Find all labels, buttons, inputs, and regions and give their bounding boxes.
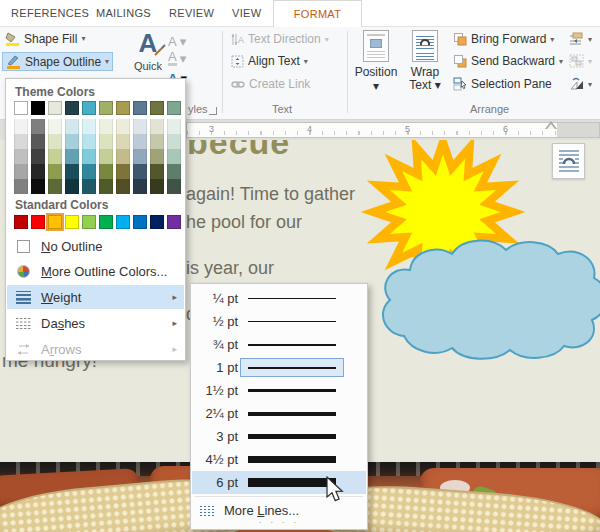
theme-variant-swatch[interactable] [31,164,45,179]
standard-color-swatch[interactable] [48,215,62,229]
theme-color-swatch[interactable] [48,101,62,115]
theme-variant-swatch[interactable] [48,119,62,134]
theme-variant-swatch[interactable] [116,134,130,149]
weight-option-1pt-selected[interactable]: 1 pt [192,356,366,379]
theme-variant-swatch[interactable] [150,134,164,149]
align-objects-button[interactable]: ▾ [566,31,595,47]
standard-color-swatch[interactable] [133,215,147,229]
standard-color-swatch[interactable] [31,215,45,229]
theme-variant-swatch[interactable] [31,179,45,194]
theme-color-swatch[interactable] [116,101,130,115]
theme-variant-swatch[interactable] [14,164,28,179]
theme-variant-swatch[interactable] [116,164,130,179]
theme-variant-swatch[interactable] [167,149,181,164]
theme-variant-swatch[interactable] [133,164,147,179]
theme-variant-swatch[interactable] [65,119,79,134]
theme-variant-swatch[interactable] [82,164,96,179]
tab-format-active[interactable]: FORMAT [273,0,362,27]
weight-option-quarter[interactable]: ¼ pt [192,287,366,310]
group-objects-button[interactable]: ▾ [566,53,595,69]
theme-variant-swatch[interactable] [167,119,181,134]
theme-color-swatch[interactable] [82,101,96,115]
arrows-item[interactable]: Arrows ▸ [7,337,184,361]
theme-variant-swatch[interactable] [82,149,96,164]
theme-variant-swatch[interactable] [14,149,28,164]
weight-option-4-5pt[interactable]: 4½ pt [192,448,366,471]
theme-variant-swatch[interactable] [116,149,130,164]
position-button[interactable]: Position ▾ [352,30,400,116]
theme-color-swatch[interactable] [167,101,181,115]
bring-forward-button[interactable]: Bring Forward ▾ [450,31,557,47]
tab-view[interactable]: VIEW [232,0,261,27]
theme-variant-swatch[interactable] [99,134,113,149]
theme-variant-swatch[interactable] [48,134,62,149]
theme-variant-swatch[interactable] [150,119,164,134]
weight-option-2-25pt[interactable]: 2¼ pt [192,402,366,425]
theme-variant-swatch[interactable] [65,164,79,179]
theme-variant-swatch[interactable] [133,179,147,194]
standard-color-swatch[interactable] [116,215,130,229]
standard-color-swatch[interactable] [65,215,79,229]
theme-variant-swatch[interactable] [82,119,96,134]
text-outline-button[interactable]: A ▾ [168,50,198,66]
standard-color-swatch[interactable] [99,215,113,229]
theme-variant-swatch[interactable] [133,134,147,149]
theme-variant-swatch[interactable] [48,149,62,164]
theme-variant-swatch[interactable] [133,119,147,134]
theme-variant-swatch[interactable] [48,179,62,194]
rotate-objects-button[interactable]: ▾ [566,76,595,92]
theme-variant-swatch[interactable] [167,164,181,179]
theme-color-swatch[interactable] [133,101,147,115]
weight-option-3pt[interactable]: 3 pt [192,425,366,448]
theme-variant-swatch[interactable] [167,179,181,194]
theme-variant-swatch[interactable] [82,179,96,194]
theme-variant-swatch[interactable] [150,149,164,164]
tab-mailings[interactable]: MAILINGS [96,0,151,27]
theme-color-swatch[interactable] [150,101,164,115]
create-link-button[interactable]: Create Link [228,76,313,92]
weight-option-1-5pt[interactable]: 1½ pt [192,379,366,402]
text-fill-button[interactable]: A ▾ [168,33,198,49]
theme-variant-swatch[interactable] [99,164,113,179]
layout-options-button[interactable] [552,143,585,179]
theme-color-swatch[interactable] [65,101,79,115]
standard-color-swatch[interactable] [150,215,164,229]
theme-color-swatch[interactable] [99,101,113,115]
weight-item[interactable]: Weight ▸ [7,285,184,309]
theme-variant-swatch[interactable] [14,119,28,134]
theme-variant-swatch[interactable] [14,179,28,194]
theme-variant-swatch[interactable] [99,149,113,164]
theme-variant-swatch[interactable] [65,149,79,164]
more-outline-colors-item[interactable]: More Outline Colors... [7,259,184,283]
no-outline-item[interactable]: No Outline [7,234,184,258]
weight-option-half[interactable]: ½ pt [192,310,366,333]
wrap-text-button[interactable]: Wrap Text ▾ [402,30,448,116]
selection-pane-button[interactable]: Selection Pane [450,76,555,92]
theme-variant-swatch[interactable] [48,164,62,179]
theme-variant-swatch[interactable] [99,179,113,194]
theme-variant-swatch[interactable] [116,119,130,134]
dashes-item[interactable]: Dashes ▸ [7,311,184,335]
theme-variant-swatch[interactable] [31,134,45,149]
theme-variant-swatch[interactable] [150,179,164,194]
theme-variant-swatch[interactable] [133,149,147,164]
send-backward-button[interactable]: Send Backward ▾ [450,53,566,69]
standard-color-swatch[interactable] [167,215,181,229]
theme-variant-swatch[interactable] [65,134,79,149]
text-direction-button[interactable]: A Text Direction ▾ [228,31,332,47]
theme-variant-swatch[interactable] [31,119,45,134]
shape-fill-button[interactable]: Shape Fill ▾ [2,30,88,47]
theme-variant-swatch[interactable] [31,149,45,164]
theme-variant-swatch[interactable] [116,179,130,194]
tab-references[interactable]: REFERENCES [11,0,89,27]
theme-variant-swatch[interactable] [99,119,113,134]
standard-color-swatch[interactable] [14,215,28,229]
shape-outline-button[interactable]: Shape Outline ▾ [2,52,113,71]
dialog-launcher-icon[interactable] [209,107,217,115]
theme-variant-swatch[interactable] [65,179,79,194]
theme-variant-swatch[interactable] [82,134,96,149]
theme-variant-swatch[interactable] [150,164,164,179]
weight-option-threequarter[interactable]: ¾ pt [192,333,366,356]
tab-review[interactable]: REVIEW [169,0,214,27]
theme-variant-swatch[interactable] [167,134,181,149]
